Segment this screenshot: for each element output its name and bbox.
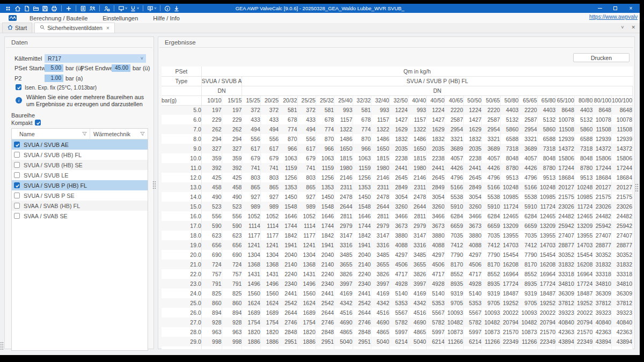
qm-value-cell: 1560 <box>242 289 260 298</box>
qm-value-cell: 13209 <box>500 221 519 231</box>
qm-value-cell: 4865 <box>334 327 353 337</box>
list-item[interactable]: SVUA / SVUB AE <box>12 139 148 150</box>
qm-value-cell: 4403 <box>574 105 593 115</box>
results-table-container[interactable]: PSetQm in kg/hTypeSVUA / SVUB ASVUA / SV… <box>162 67 633 349</box>
panel-splitter-grip[interactable] <box>152 181 156 189</box>
valve-monitor-icon[interactable]: ˅ <box>118 5 127 12</box>
chevron-down-icon[interactable]: ˅ <box>621 25 624 30</box>
pset-end-input[interactable]: 45.00 <box>112 64 130 72</box>
column-header-name[interactable]: Name <box>19 131 35 137</box>
list-item[interactable]: SVUA / SVUB P (HB) FL <box>12 180 148 190</box>
checkbox[interactable] <box>14 182 20 188</box>
checkbox[interactable] <box>14 203 20 209</box>
table-row: 16.0556556105210521646105216462811164628… <box>162 211 633 221</box>
kaeltemittel-select[interactable]: R717 ˅ <box>45 54 146 63</box>
menu-einstellungen[interactable]: Einstellungen <box>95 15 145 21</box>
list-item[interactable]: SVAA / SVAB (HB) FL <box>12 201 148 211</box>
qm-value-cell: 10248 <box>574 182 593 192</box>
qm-value-cell: 5140 <box>463 289 481 298</box>
save-icon[interactable] <box>42 5 48 12</box>
checkbox[interactable] <box>14 172 20 178</box>
list-item[interactable]: SVUA / SVUB LE <box>12 170 148 180</box>
qm-value-cell: 3485 <box>334 250 353 260</box>
close-button[interactable]: × <box>623 4 639 13</box>
checkbox[interactable] <box>14 213 20 219</box>
qm-value-cell: 860 <box>201 298 222 308</box>
kompakt-checkbox[interactable] <box>35 120 41 125</box>
checkbox[interactable] <box>14 193 20 198</box>
qm-value-cell: 5353 <box>426 298 444 308</box>
qm-value-cell: 1832 <box>463 134 481 144</box>
maximize-button[interactable] <box>608 4 623 13</box>
panel-splitter-grip[interactable] <box>635 183 639 192</box>
qm-value-cell: 37812 <box>611 298 632 308</box>
customize-grip-icon[interactable] <box>5 5 12 12</box>
close-panel-icon[interactable]: ✕ <box>631 25 635 30</box>
divider <box>6 47 152 48</box>
contacts-icon[interactable] <box>89 5 96 12</box>
pset-row-label: 30.0 <box>162 346 201 349</box>
menu-berechnung-bauteile[interactable]: Berechnung / Bauteile <box>22 15 95 21</box>
list-item[interactable]: SVAA / SVAB SE <box>12 211 148 221</box>
qm-value-cell: 7790 <box>519 250 538 260</box>
table-row: 29.0998998188618862951188629515040295150… <box>162 337 633 346</box>
qm-value-cell: 590 <box>222 221 242 231</box>
drucken-button[interactable]: Drucken <box>573 53 630 62</box>
qm-value-cell: 12939 <box>593 134 612 144</box>
p2-input[interactable]: 1.00 <box>45 75 63 82</box>
column-header-waermetechnik[interactable]: Wärmetechnik <box>93 131 130 137</box>
qm-value-cell: 20022 <box>574 308 593 317</box>
list-item[interactable]: SVUA / SVUB (HB) FL <box>12 150 148 160</box>
component-monitor-icon[interactable]: ˅ <box>147 5 156 12</box>
new-file-icon[interactable] <box>24 5 30 12</box>
print-icon[interactable] <box>51 5 57 12</box>
qm-value-cell: 10093 <box>482 308 501 317</box>
qm-value-cell: 2238 <box>426 153 444 163</box>
qm-value-cell: 8048 <box>500 153 519 163</box>
menu-hilfe-info[interactable]: Hilfe / Info <box>145 15 187 21</box>
checkbox[interactable] <box>14 142 20 147</box>
address-book-icon[interactable] <box>80 5 86 12</box>
open-folder-icon[interactable] <box>33 5 39 12</box>
filter-icon[interactable] <box>82 131 87 137</box>
list-item[interactable]: SVUA / SVUB (HB) SE <box>12 160 148 170</box>
tab-close-icon[interactable]: × <box>106 25 109 31</box>
window-resize-grip[interactable] <box>0 342 4 350</box>
filter-icon[interactable] <box>140 131 145 137</box>
add-icon[interactable] <box>65 5 72 12</box>
checkbox[interactable] <box>14 162 20 168</box>
info-icon[interactable] <box>164 5 171 12</box>
tab-sicherheitsventildaten[interactable]: Sicherheitsventildaten × <box>34 23 115 33</box>
qm-value-cell: 9705 <box>519 298 538 308</box>
qm-value-cell: 2587 <box>445 115 464 124</box>
qm-value-cell: 1980 <box>371 163 389 173</box>
qm-value-cell: 2746 <box>353 317 371 327</box>
valve-group-header: SVUA / SVUB A <box>201 76 242 86</box>
user-settings-icon[interactable] <box>104 5 110 12</box>
underline-icon[interactable]: ˅ <box>130 5 139 12</box>
daten-panel: Daten Kältemittel R717 ˅ PSet Startwert … <box>4 36 154 349</box>
download-icon[interactable] <box>173 5 180 12</box>
pset-start-input[interactable]: 5.00 <box>45 64 63 72</box>
qm-value-cell: 3466 <box>426 211 444 221</box>
qm-value-cell: 894 <box>201 308 222 317</box>
qm-value-cell: 4403 <box>537 105 556 115</box>
qm-value-cell: 1886 <box>242 337 260 346</box>
isen-exp-checkbox[interactable] <box>16 84 21 90</box>
checkbox[interactable] <box>14 152 20 158</box>
qm-value-cell: 1820 <box>260 327 279 337</box>
qm-value-cell: 34810 <box>593 279 612 289</box>
qm-value-cell: 1052 <box>260 211 279 221</box>
list-item[interactable]: SVUA / SVUB P SE <box>12 190 148 201</box>
tab-start[interactable]: Start <box>2 23 32 33</box>
qm-value-cell: 1159 <box>279 163 297 173</box>
qm-value-cell: 1624 <box>260 298 279 308</box>
qm-value-cell: 21570 <box>574 327 593 337</box>
qm-value-cell: 3655 <box>408 260 426 269</box>
home-icon[interactable] <box>14 5 21 12</box>
qm-value-cell: 2587 <box>519 115 538 124</box>
qm-value-cell: 1256 <box>353 173 371 182</box>
qm-value-cell: 45432 <box>611 346 632 349</box>
awp-website-link[interactable]: https://www.awpvalv <box>589 14 638 20</box>
minimize-button[interactable] <box>592 4 608 13</box>
